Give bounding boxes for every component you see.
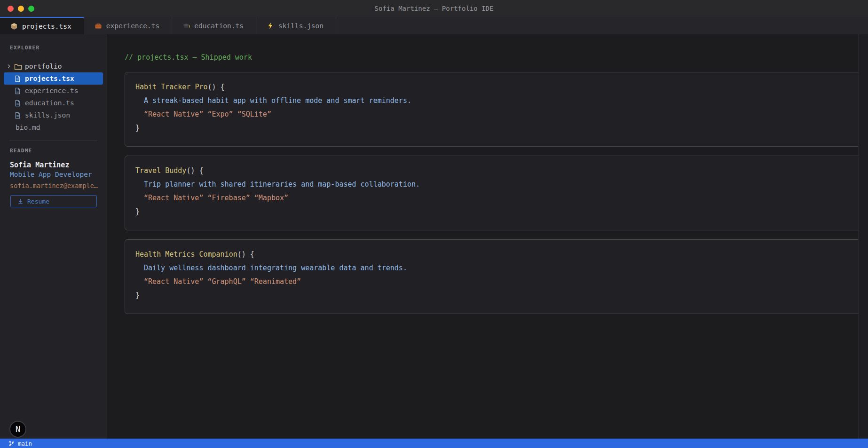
file-name: skills.json (25, 111, 70, 119)
folder-row-portfolio[interactable]: portfolio (0, 60, 107, 72)
status-bar: main (0, 439, 868, 448)
tab-label: education.ts (194, 22, 244, 30)
ide-window: Sofia Martinez — Portfolio IDE projects.… (0, 0, 868, 448)
tag: “Expo” (207, 110, 237, 118)
project-description: Trip planner with shared itineraries and… (144, 178, 868, 191)
project-description: A streak-based habit app with offline mo… (144, 94, 868, 108)
folder-name: portfolio (25, 63, 62, 70)
profile-email[interactable]: sofia.martinez@example… (10, 182, 107, 189)
file-icon (14, 75, 21, 82)
file-name: projects.tsx (25, 75, 74, 82)
resume-button-label: Resume (27, 198, 49, 205)
main-area: EXPLORER portfolio projects.tsxexperienc… (0, 34, 868, 439)
title-bar: Sofia Martinez — Portfolio IDE (0, 0, 868, 17)
file-icon (14, 100, 21, 107)
tab-education-ts[interactable]: education.ts (172, 17, 256, 34)
project-name: Travel Buddy (135, 166, 186, 175)
tab-bar: projects.tsxexperience.tseducation.tsski… (0, 17, 868, 34)
folder-icon (14, 63, 22, 70)
profile-name: Sofia Martinez (10, 161, 107, 169)
package-icon (10, 23, 18, 30)
avatar-letter: N (16, 424, 20, 434)
closing-brace: } (135, 121, 868, 135)
signature-suffix: () { (237, 250, 254, 259)
file-row-experience-ts[interactable]: experience.ts (0, 85, 107, 97)
tab-label: projects.tsx (22, 23, 71, 30)
graduation-cap-icon (182, 22, 190, 30)
editor-scrollbar[interactable] (858, 34, 868, 439)
project-tags: “React Native” “Firebase” “Mapbox” (144, 191, 868, 205)
file-rows: projects.tsxexperience.tseducation.tsski… (0, 72, 107, 121)
project-name: Health Metrics Companion (135, 250, 237, 259)
closing-brace: } (135, 205, 868, 219)
explorer-sidebar: EXPLORER portfolio projects.tsxexperienc… (0, 34, 107, 439)
file-row-education-ts[interactable]: education.ts (0, 97, 107, 109)
lightning-icon (267, 22, 274, 30)
file-icon (14, 112, 21, 119)
tab-experience-ts[interactable]: experience.ts (84, 17, 173, 34)
tag: “SQLite” (237, 110, 271, 118)
code-editor[interactable]: // projects.tsx — Shipped work Habit Tra… (107, 34, 868, 439)
file-row-projects-tsx[interactable]: projects.tsx (4, 72, 103, 85)
window-title: Sofia Martinez — Portfolio IDE (0, 5, 868, 12)
file-row-bio[interactable]: bio.md (0, 121, 107, 134)
tag: “Mapbox” (254, 194, 288, 202)
explorer-heading: EXPLORER (0, 34, 107, 51)
readme-heading: README (10, 148, 107, 154)
tab-skills-json[interactable]: skills.json (256, 17, 336, 34)
briefcase-icon (95, 22, 102, 30)
project-tags: “React Native” “GraphQL” “Reanimated” (144, 275, 868, 289)
file-row-skills-json[interactable]: skills.json (0, 109, 107, 121)
tag: “GraphQL” (207, 277, 250, 286)
project-card: Travel Buddy() {Trip planner with shared… (125, 156, 868, 230)
project-title-line: Habit Tracker Pro() { (135, 80, 868, 94)
chevron-right-icon (7, 64, 11, 69)
tag: “React Native” (144, 277, 207, 286)
tag: “Reanimated” (250, 277, 301, 286)
git-branch-icon (8, 440, 15, 447)
closing-brace: } (135, 289, 868, 302)
resume-download-button[interactable]: Resume (10, 195, 97, 207)
tag: “React Native” (144, 110, 207, 118)
project-name: Habit Tracker Pro (135, 83, 208, 91)
profile-role: Mobile App Developer (10, 171, 107, 178)
signature-suffix: () { (208, 83, 225, 91)
project-card: Habit Tracker Pro() {A streak-based habi… (125, 72, 868, 147)
file-name: bio.md (16, 124, 40, 131)
tab-projects-tsx[interactable]: projects.tsx (0, 17, 84, 34)
branch-name[interactable]: main (18, 440, 32, 447)
project-card: Health Metrics Companion() {Daily wellne… (125, 239, 868, 314)
file-icon (14, 87, 21, 94)
code-comment-line: // projects.tsx — Shipped work (125, 54, 868, 61)
file-name: education.ts (25, 99, 74, 107)
project-title-line: Travel Buddy() { (135, 164, 868, 178)
tab-label: experience.ts (106, 22, 160, 30)
project-tags: “React Native” “Expo” “SQLite” (144, 108, 868, 121)
avatar[interactable]: N (9, 421, 26, 438)
tab-label: skills.json (278, 22, 324, 30)
project-cards: Habit Tracker Pro() {A streak-based habi… (125, 72, 868, 314)
project-title-line: Health Metrics Companion() { (135, 248, 868, 261)
file-tree: portfolio projects.tsxexperience.tseduca… (0, 60, 107, 134)
sidebar-divider (9, 141, 97, 141)
download-icon (17, 198, 24, 204)
project-description: Daily wellness dashboard integrating wea… (144, 261, 868, 275)
tag: “Firebase” (207, 194, 254, 202)
tag: “React Native” (144, 194, 207, 202)
file-name: experience.ts (25, 87, 79, 94)
signature-suffix: () { (186, 166, 203, 175)
